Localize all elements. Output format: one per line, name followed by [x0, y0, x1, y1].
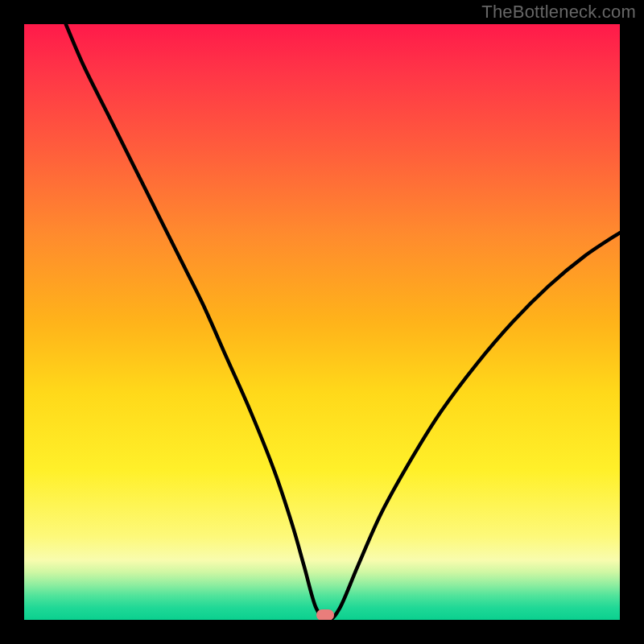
plot-area	[24, 24, 620, 620]
watermark-text: TheBottleneck.com	[481, 2, 636, 23]
optimal-point-marker	[316, 609, 334, 620]
chart-frame: TheBottleneck.com	[0, 0, 644, 644]
bottleneck-curve	[24, 24, 620, 620]
